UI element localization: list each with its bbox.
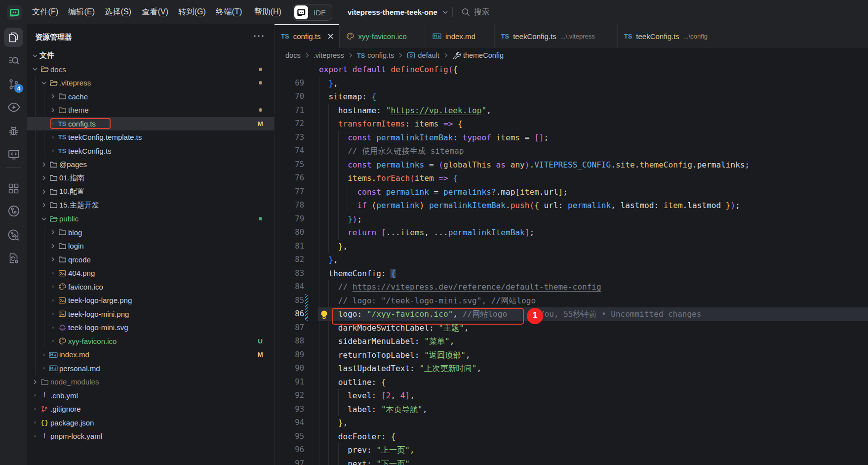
breadcrumb-default[interactable]: default: [407, 51, 439, 59]
activity-item-source-control[interactable]: 4: [4, 75, 23, 94]
line-number: 81: [275, 240, 304, 254]
tree-item-personal.md[interactable]: personal.md: [27, 362, 274, 376]
tree-item-config.ts[interactable]: TSconfig.tsM: [27, 117, 274, 131]
activity-item-search[interactable]: [4, 51, 23, 70]
tab-teekConfig.ts-4[interactable]: TSteekConfig.ts...\config: [618, 24, 729, 48]
tree-bullet: [49, 324, 57, 332]
breadcrumb-chevron-icon: [443, 52, 449, 58]
code-line-96[interactable]: 96 prev: "上一页",: [275, 443, 868, 457]
code-line-69[interactable]: 69 },: [275, 77, 868, 90]
tree-bullet: [31, 419, 39, 426]
tree-item-@pages[interactable]: @pages: [27, 158, 274, 171]
code-line-90[interactable]: 90 lastUpdatedText: "上次更新时间",: [275, 362, 868, 376]
menu-S[interactable]: 选择(S): [105, 0, 131, 24]
tab-close-button[interactable]: [327, 33, 334, 40]
code-line-71[interactable]: 71 hostname: "https://vp.teek.top",: [275, 104, 868, 118]
ide-toggle-button[interactable]: IDE: [293, 4, 332, 21]
tree-item-10.配置[interactable]: 10.配置: [27, 185, 274, 199]
tree-item-package.json[interactable]: {}package.json: [27, 416, 274, 430]
code-line-89[interactable]: 89 returnToTopLabel: "返回顶部",: [275, 348, 868, 362]
tree-item-.vitepress[interactable]: .vitepress: [27, 76, 274, 90]
code-line-92[interactable]: 92 level: [2, 4],: [275, 389, 868, 403]
tree-item-theme[interactable]: theme: [27, 103, 274, 117]
menu-G[interactable]: 转到(G): [178, 0, 206, 24]
activity-item-explorer[interactable]: [4, 28, 23, 47]
code-line-70[interactable]: 70 sitemap: {: [275, 90, 868, 104]
activity-item-extensions[interactable]: [4, 179, 23, 198]
tree-item-docs[interactable]: docs: [27, 63, 274, 77]
tree-item-.gitignore[interactable]: .gitignore: [27, 402, 274, 416]
menu-F[interactable]: 文件(F): [32, 0, 58, 24]
code-line-93[interactable]: 93 label: "本页导航",: [275, 403, 868, 417]
menu-T[interactable]: 终端(T): [216, 0, 242, 24]
code-line-94[interactable]: 94 },: [275, 416, 868, 430]
code-line-91[interactable]: 91 outline: {: [275, 376, 868, 389]
tree-item-404.png[interactable]: 404.png: [27, 266, 274, 280]
code-line-95[interactable]: 95 docFooter: {: [275, 430, 868, 444]
tab-index.md[interactable]: index.md: [426, 24, 495, 48]
tree-item-teekConfig.template.ts[interactable]: TSteekConfig.template.ts: [27, 130, 274, 144]
breadcrumb-config.ts[interactable]: TSconfig.ts: [357, 51, 395, 59]
code-line-80[interactable]: 80 return [...items, ...permalinkItemBak…: [275, 226, 868, 240]
code-line-88[interactable]: 88 sidebarMenuLabel: "菜单",: [275, 335, 868, 348]
code-line-87[interactable]: 87 darkModeSwitchLabel: "主题",: [275, 321, 868, 335]
sidebar-actions-button[interactable]: [253, 34, 264, 38]
activity-item-live-preview[interactable]: [4, 145, 23, 165]
editor-area: TSconfig.tsxyy-favicon.icoindex.mdTSteek…: [275, 24, 868, 465]
tab-teekConfig.ts-3[interactable]: TSteekConfig.ts...\.vitepress: [495, 24, 618, 48]
code-line-75[interactable]: 75 const permalinks = (globalThis as any…: [275, 158, 868, 172]
tree-bullet: [40, 351, 48, 359]
activity-item-debug[interactable]: [4, 122, 23, 141]
tree-item-favicon.ico[interactable]: favicon.ico: [27, 280, 274, 294]
tree-item-login[interactable]: login: [27, 239, 274, 253]
tree-section-文件[interactable]: 文件: [27, 49, 274, 63]
tree-item-public[interactable]: public: [27, 212, 274, 226]
tree-item-teek-logo-mini.svg[interactable]: teek-logo-mini.svg: [27, 321, 274, 335]
code-line-82[interactable]: 82 },: [275, 253, 868, 267]
tree-item-01.指南[interactable]: 01.指南: [27, 171, 274, 185]
activity-item-timeline[interactable]: [4, 202, 23, 221]
tree-item-xyy-favicon.ico[interactable]: xyy-favicon.icoU: [27, 335, 274, 348]
project-switcher[interactable]: vitepress-theme-teek-one: [348, 0, 449, 24]
code-line-84[interactable]: 84 // https://vitepress.dev/reference/de…: [275, 280, 868, 294]
tree-item-teek-logo-mini.png[interactable]: teek-logo-mini.png: [27, 307, 274, 321]
tree-item-node_modules[interactable]: node_modules: [27, 375, 274, 389]
breadcrumb-docs[interactable]: docs: [285, 51, 301, 59]
tree-item-15.主题开发[interactable]: 15.主题开发: [27, 199, 274, 212]
code-line-81[interactable]: 81 },: [275, 240, 868, 254]
tree-item-pnpm-lock.yaml[interactable]: !pnpm-lock.yaml: [27, 429, 274, 443]
tree-item-qrcode[interactable]: qrcode: [27, 253, 274, 267]
app-logo-button[interactable]: [7, 5, 22, 20]
code-line-79[interactable]: 79 });: [275, 212, 868, 226]
code-line-76[interactable]: 76 items.forEach(item => {: [275, 171, 868, 185]
tree-item-teek-logo-large.png[interactable]: teek-logo-large.png: [27, 294, 274, 307]
code-line-74[interactable]: 74 // 使用永久链接生成 sitemap: [275, 144, 868, 158]
activity-item-ai-preview[interactable]: [4, 98, 23, 117]
code-line-83[interactable]: 83 themeConfig: {: [275, 267, 868, 281]
code-text: // 使用永久链接生成 sitemap: [319, 144, 464, 158]
tree-item-cache[interactable]: cache: [27, 90, 274, 104]
code-line-85[interactable]: 85 // logo: "/teek-logo-mini.svg", //网站l…: [275, 294, 868, 308]
menu-H[interactable]: 帮助(H): [254, 0, 281, 24]
code-line-78[interactable]: 78 if (permalink) permalinkItemBak.push(…: [275, 199, 868, 212]
search-placeholder: 搜索: [474, 7, 489, 17]
tree-item-teekConfig.ts[interactable]: TSteekConfig.ts: [27, 144, 274, 158]
code-line-73[interactable]: 73 const permalinkItemBak: typeof items …: [275, 131, 868, 145]
code-line-77[interactable]: 77 const permalink = permalinks?.map[ite…: [275, 185, 868, 199]
menu-E[interactable]: 编辑(E): [68, 0, 95, 24]
code-line-86[interactable]: 86 logo: "/xyy-favicon.ico", //网站logoYou…: [275, 307, 868, 321]
tab-xyy-favicon.ico[interactable]: xyy-favicon.ico: [340, 24, 427, 48]
activity-item-code-settings[interactable]: [4, 249, 23, 268]
code-line-97[interactable]: 97 next: "下一页": [275, 457, 868, 465]
lightbulb-icon[interactable]: [319, 310, 329, 319]
global-search[interactable]: 搜索: [461, 0, 489, 24]
breadcrumb-themeConfig[interactable]: themeConfig: [452, 51, 504, 59]
tab-config.ts[interactable]: TSconfig.ts: [275, 24, 340, 48]
menu-V[interactable]: 查看(V): [142, 0, 168, 24]
tree-item-index.md[interactable]: index.mdM: [27, 348, 274, 362]
breadcrumb-.vitepress[interactable]: .vitepress: [314, 51, 344, 59]
code-line-72[interactable]: 72 transformItems: items => {: [275, 117, 868, 131]
tree-item-blog[interactable]: blog: [27, 226, 274, 240]
activity-item-repo-search[interactable]: [4, 226, 23, 245]
tree-item-.cnb.yml[interactable]: !.cnb.yml: [27, 389, 274, 403]
